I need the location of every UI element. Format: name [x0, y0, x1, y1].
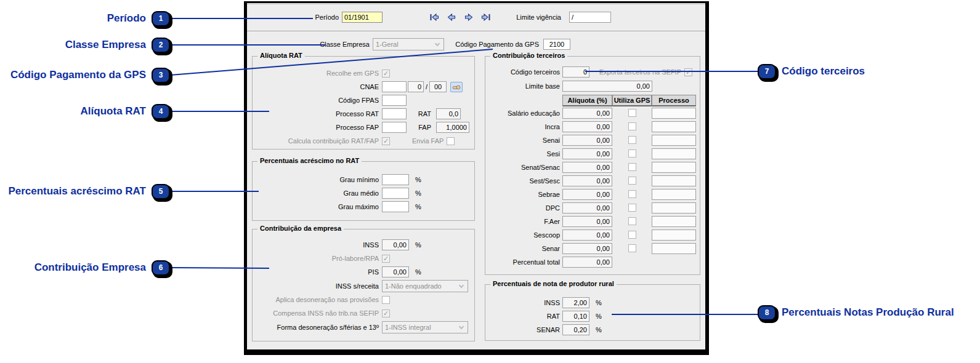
grau-label: Grau médio	[253, 189, 379, 197]
cnae-input-1[interactable]	[382, 81, 407, 92]
callout-produtor-rural: 8 Percentuais Notas Produção Rural	[758, 302, 954, 323]
callout-badge: 1	[152, 11, 170, 26]
terceiros-row-label: Sest/Sesc	[490, 177, 560, 185]
aplica-desoneracao-label: Aplica desoneração nas provisões	[253, 296, 379, 303]
aliquota-input[interactable]: 0,00	[562, 121, 612, 132]
utiliza-gps-checkbox[interactable]	[628, 136, 636, 144]
recolhe-gps-checkbox[interactable]: ✓	[382, 70, 390, 78]
processo-fap-input[interactable]	[382, 122, 407, 133]
exporta-terceiros-checkbox[interactable]: ✓	[684, 68, 692, 76]
grau-input[interactable]	[382, 174, 409, 185]
produtor-rural-input[interactable]: 0,20	[562, 324, 589, 335]
pis-input[interactable]: 0,00	[382, 266, 409, 277]
group-produtor-rural-title: Percentuais de nota de produtor rural	[490, 280, 617, 287]
codigo-terceiros-input[interactable]: 0	[562, 66, 589, 78]
terceiros-row-label: Sebrae	[490, 191, 560, 198]
callout-contribuicao-empresa: Contribuição Empresa 6	[0, 257, 170, 278]
aliquota-input[interactable]: 0,00	[562, 216, 612, 227]
utiliza-gps-checkbox[interactable]	[628, 109, 636, 117]
terceiros-row: DPC 0,00	[490, 201, 700, 214]
processo-input[interactable]	[652, 202, 696, 213]
aliquota-input[interactable]: 0,00	[562, 108, 612, 119]
callout-label: Percentuais acréscimo RAT	[8, 185, 146, 197]
percentual-total-row: Percentual total 0,00	[490, 255, 700, 268]
periodo-input[interactable]: 01/1901	[342, 12, 383, 23]
aliquota-input[interactable]: 0,00	[562, 135, 612, 146]
utiliza-gps-checkbox[interactable]	[628, 190, 636, 198]
aliquota-input[interactable]: 0,00	[562, 162, 612, 173]
nav-first-button[interactable]	[429, 12, 440, 23]
window-top-edge	[247, 4, 705, 4]
callout-label: Contribuição Empresa	[34, 261, 146, 274]
nav-last-button[interactable]	[480, 12, 492, 23]
chevron-down-icon	[435, 41, 440, 46]
terceiros-row: Sesi 0,00	[490, 147, 700, 160]
pis-label: PIS	[253, 268, 379, 276]
utiliza-gps-checkbox[interactable]	[628, 204, 636, 212]
cnae-lookup-button[interactable]	[450, 82, 463, 92]
utiliza-gps-checkbox[interactable]	[628, 244, 636, 252]
fap-input[interactable]: 1,0000	[436, 122, 469, 133]
limite-base-input[interactable]: 0,00	[562, 81, 652, 92]
percent-sign: %	[415, 268, 421, 276]
terceiros-row: Senat/Senac 0,00	[490, 161, 700, 174]
processo-input[interactable]	[652, 229, 696, 241]
compensa-inss-checkbox[interactable]: ✓	[382, 309, 390, 317]
terceiros-row-label: Senat/Senac	[490, 164, 560, 171]
grau-input[interactable]	[382, 201, 409, 212]
utiliza-gps-checkbox[interactable]	[628, 231, 636, 239]
produtor-rural-input[interactable]: 2,00	[562, 297, 589, 308]
percent-sign: %	[415, 176, 421, 183]
processo-input[interactable]	[652, 135, 696, 146]
utiliza-gps-checkbox[interactable]	[628, 217, 636, 225]
hand-pointer-icon	[452, 84, 461, 90]
aplica-desoneracao-checkbox[interactable]	[382, 296, 390, 304]
aliquota-input[interactable]: 0,00	[562, 148, 612, 159]
inss-input[interactable]: 0,00	[382, 239, 409, 250]
group-percentuais-rat-title: Percentuais acréscimo no RAT	[257, 157, 362, 164]
utiliza-gps-checkbox[interactable]	[628, 150, 636, 158]
classe-empresa-select[interactable]: 1-Geral	[373, 38, 444, 50]
cnae-input-2[interactable]: 0	[408, 81, 424, 92]
limite-vigencia-input[interactable]: /	[569, 12, 611, 23]
nav-previous-button[interactable]	[446, 12, 457, 23]
group-aliquota-rat: Alíquota RAT Recolhe em GPS ✓ CNAE 0 / 0…	[252, 56, 475, 150]
utiliza-gps-checkbox[interactable]	[628, 122, 636, 130]
utiliza-gps-checkbox[interactable]	[628, 177, 636, 185]
aliquota-input[interactable]: 0,00	[562, 202, 612, 213]
forma-desoneracao-select[interactable]: 1-INSS integral	[382, 321, 468, 333]
processo-input[interactable]	[652, 121, 696, 132]
nav-next-button[interactable]	[463, 12, 474, 23]
codigo-fpas-input[interactable]	[382, 95, 407, 106]
envia-fap-checkbox[interactable]	[447, 137, 455, 145]
calcula-rat-fap-checkbox[interactable]: ✓	[382, 137, 390, 145]
processo-input[interactable]	[652, 243, 696, 254]
processo-rat-input[interactable]	[382, 108, 407, 119]
chevron-down-icon	[459, 324, 464, 329]
cnae-input-3[interactable]: 00	[429, 81, 447, 92]
limite-vigencia-label: Limite vigência	[509, 14, 561, 21]
aliquota-input[interactable]: 0,00	[562, 175, 612, 186]
callout-badge: 7	[758, 64, 776, 79]
utiliza-gps-checkbox[interactable]	[628, 163, 636, 171]
processo-input[interactable]	[652, 216, 696, 227]
processo-input[interactable]	[652, 162, 696, 173]
inss-receita-select[interactable]: 1-Não enquadrado	[382, 280, 468, 292]
percent-sign: %	[415, 189, 421, 197]
aliquota-input[interactable]: 0,00	[562, 229, 612, 241]
percentuais-rat-rows: Grau mínimo % Grau médio % Grau máximo	[253, 162, 474, 213]
rat-input[interactable]: 0,0	[436, 108, 461, 119]
processo-input[interactable]	[652, 108, 696, 119]
codigo-gps-input[interactable]: 2100	[543, 39, 570, 50]
processo-input[interactable]	[652, 189, 696, 200]
terceiros-table-rows: Salário educação 0,00 Incra 0,00	[490, 106, 700, 255]
aliquota-input[interactable]: 0,00	[562, 189, 612, 200]
produtor-rural-input[interactable]: 0,10	[562, 311, 589, 322]
aliquota-input[interactable]: 0,00	[562, 243, 612, 254]
prolabore-checkbox[interactable]: ✓	[382, 255, 390, 263]
processo-input[interactable]	[652, 148, 696, 159]
periodo-row: Período 01/1901	[247, 12, 705, 23]
processo-input[interactable]	[652, 175, 696, 186]
percent-sign: %	[415, 203, 421, 210]
grau-input[interactable]	[382, 188, 409, 199]
